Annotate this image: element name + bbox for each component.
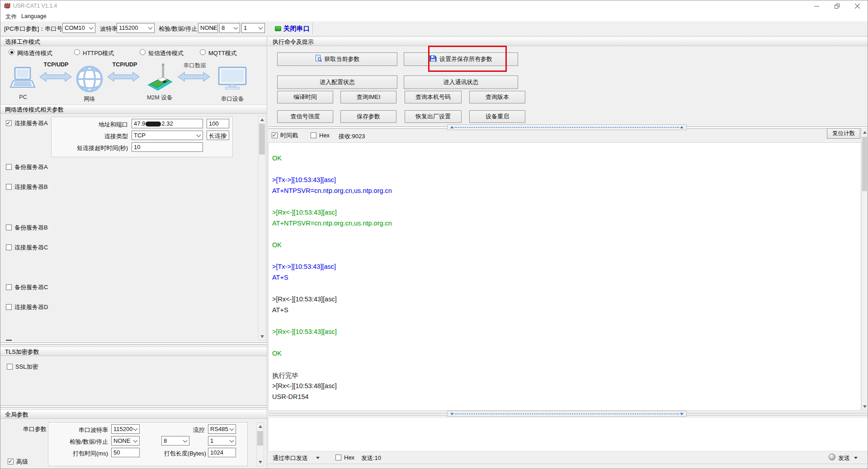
- checkbox-box: [6, 184, 12, 190]
- global-parity-label: 检验/数据/停止: [57, 438, 108, 446]
- checkbox-box: [311, 132, 316, 138]
- scroll-down-icon[interactable]: [259, 333, 265, 340]
- global-parity-select[interactable]: NONE: [111, 436, 140, 446]
- server-a-address-input[interactable]: 47.92.32: [132, 119, 203, 128]
- chevron-down-icon[interactable]: [316, 457, 320, 459]
- scroll-up-icon[interactable]: [259, 116, 265, 123]
- global-databits-select[interactable]: 8: [161, 436, 189, 446]
- query-local-number-button[interactable]: 查询本机号码: [405, 91, 462, 103]
- global-stopbits-select[interactable]: 1: [208, 436, 236, 446]
- radio-sms-passthrough[interactable]: [140, 49, 146, 55]
- send-text-area[interactable]: [268, 417, 868, 451]
- chevron-down-icon: [183, 438, 188, 442]
- log-scrollbar[interactable]: [861, 128, 868, 411]
- checkbox-server-b[interactable]: 连接服务器B: [6, 183, 48, 190]
- flow-control-select[interactable]: RS485: [208, 424, 236, 434]
- section-splitter[interactable]: [0, 405, 267, 408]
- minimize-button[interactable]: [807, 0, 827, 11]
- short-conn-timeout-input[interactable]: 10: [132, 142, 203, 152]
- pack-length-label: 打包长度(Bytes): [154, 450, 206, 458]
- left-panel-scrollbar[interactable]: [258, 116, 266, 341]
- checkbox-server-c[interactable]: 连接服务器C: [6, 244, 48, 251]
- checkbox-box: [6, 284, 12, 290]
- enter-config-state-button[interactable]: 进入配置状态: [277, 75, 397, 89]
- log-bottom-splitter-handle[interactable]: [447, 411, 687, 417]
- global-baud-select[interactable]: 115200: [111, 424, 140, 434]
- query-version-button[interactable]: 查询版本: [469, 91, 525, 103]
- collapsed-item-dash: [6, 340, 12, 341]
- reset-counter-button[interactable]: 复位计数: [827, 128, 860, 139]
- checkbox-ssl[interactable]: SSL加密: [7, 363, 38, 370]
- get-params-button[interactable]: 获取当前参数: [277, 52, 397, 66]
- baud-select[interactable]: 115200: [117, 23, 155, 33]
- send-via-serial-dropdown[interactable]: 通过串口发送: [273, 454, 308, 462]
- menu-file[interactable]: 文件: [4, 13, 19, 21]
- window-title: USR-CAT1 V1.1.4: [13, 3, 57, 9]
- menu-language[interactable]: Language: [19, 13, 48, 20]
- log-line: AT+NTPSVR=cn.ntp.org.cn,us.ntp.org.cn: [272, 220, 392, 227]
- save-params-button[interactable]: 保存参数: [340, 110, 396, 123]
- keepalive-select[interactable]: 长连接: [207, 131, 229, 140]
- scroll-up-icon[interactable]: [257, 423, 264, 430]
- m2m-module-icon: [144, 63, 175, 94]
- checkbox-server-a[interactable]: 连接服务器A: [6, 120, 48, 127]
- factory-reset-button[interactable]: 恢复出厂设置: [405, 110, 462, 123]
- log-line: >[Tx->][10:53:43][asc]: [272, 263, 336, 270]
- chevron-down-icon[interactable]: [854, 457, 858, 459]
- query-signal-button[interactable]: 查信号强度: [277, 110, 333, 123]
- checkbox-server-a-label: 连接服务器A: [14, 119, 48, 127]
- pack-time-input[interactable]: 50: [111, 448, 140, 457]
- query-imei-button[interactable]: 查询IMEI: [340, 91, 396, 103]
- link2-label: TCP/UDP: [109, 61, 141, 68]
- chevron-down-icon: [89, 25, 94, 30]
- checkbox-timestamp[interactable]: 时间戳: [272, 132, 298, 139]
- restore-button[interactable]: [827, 0, 847, 11]
- global-baud-label: 串口波特率: [57, 426, 108, 434]
- checkbox-box: [8, 459, 14, 464]
- log-line: OK: [272, 241, 282, 249]
- scroll-down-icon[interactable]: [257, 459, 264, 466]
- radio-httpd[interactable]: [74, 49, 80, 55]
- compile-time-button[interactable]: 编译时间: [277, 91, 333, 103]
- scroll-up-icon[interactable]: [862, 129, 868, 136]
- log-top-splitter-handle[interactable]: [447, 124, 687, 130]
- send-button[interactable]: 发送: [838, 454, 850, 462]
- arrow-icon: [178, 72, 210, 83]
- conn-type-select[interactable]: TCP: [132, 131, 203, 140]
- stopbits-select[interactable]: 1: [241, 23, 265, 33]
- radio-net-passthrough[interactable]: [9, 49, 14, 55]
- radio-mqtt[interactable]: [200, 49, 206, 55]
- port-open-led-icon: [275, 26, 281, 31]
- arrow-icon: [107, 72, 140, 83]
- enter-comm-state-button[interactable]: 进入通讯状态: [404, 75, 518, 89]
- pack-length-input[interactable]: 1024: [208, 448, 236, 457]
- checkbox-advanced[interactable]: 高级: [8, 458, 28, 465]
- panel-divider: [267, 37, 267, 469]
- global-scrollbar[interactable]: [256, 422, 264, 466]
- app-icon: [4, 2, 11, 10]
- scrollbar-thumb[interactable]: [862, 137, 867, 191]
- log-output-area[interactable]: OK >[Tx->][10:53:43][asc] AT+NTPSVR=cn.n…: [268, 142, 861, 411]
- checkbox-hex-recv[interactable]: Hex: [311, 132, 330, 139]
- checkbox-backup-server-c[interactable]: 备份服务器C: [6, 284, 48, 291]
- checkbox-backup-server-b[interactable]: 备份服务器B: [6, 224, 48, 231]
- close-port-button[interactable]: 关闭串口: [283, 24, 310, 33]
- com-port-select[interactable]: COM10: [62, 23, 95, 33]
- checkbox-backup-server-a[interactable]: 备份服务器A: [6, 164, 48, 170]
- work-mode-header: 选择工作模式: [0, 37, 267, 46]
- recv-counter: 接收:9023: [339, 132, 365, 141]
- checkbox-hex-send[interactable]: Hex: [335, 454, 354, 461]
- device-restart-button[interactable]: 设备重启: [469, 110, 525, 123]
- bottom-strip: [268, 464, 868, 469]
- log-line: >[Rx<-][10:53:43][asc]: [272, 295, 337, 303]
- scroll-down-icon[interactable]: [862, 403, 868, 410]
- server-a-port-input[interactable]: 100: [207, 119, 229, 128]
- checkbox-server-d[interactable]: 连接服务器D: [6, 304, 48, 310]
- network-label: 网络: [76, 95, 103, 103]
- databits-select[interactable]: 8: [219, 23, 240, 33]
- scrollbar-thumb[interactable]: [259, 124, 265, 155]
- parity-select[interactable]: NONE: [198, 23, 218, 33]
- scrollbar-thumb[interactable]: [257, 431, 263, 446]
- close-button[interactable]: [847, 0, 868, 11]
- section-splitter[interactable]: [0, 342, 267, 345]
